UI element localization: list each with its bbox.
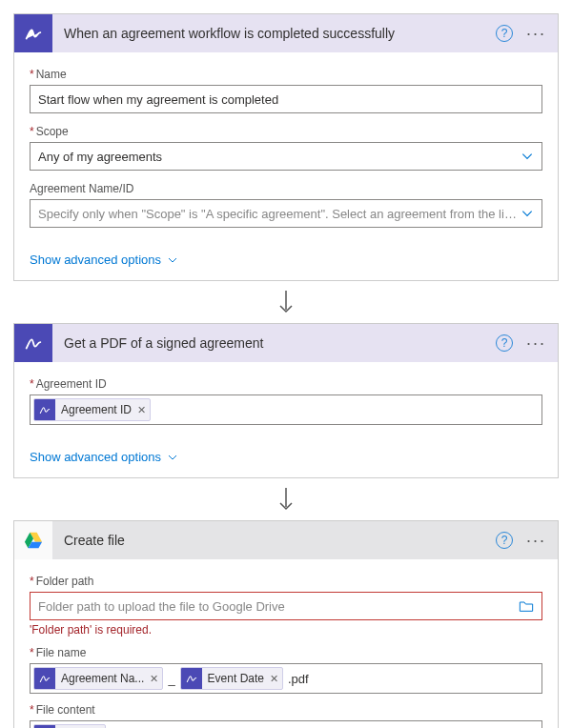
step3-body: Folder path Folder path to upload the fi… [14, 559, 558, 728]
flow-arrow-icon [13, 486, 559, 513]
step-when-agreement-completed: When an agreement workflow is completed … [13, 13, 559, 281]
agreement-label: Agreement Name/ID [30, 182, 542, 195]
folder-path-placeholder: Folder path to upload the file to Google… [38, 599, 519, 614]
agreement-placeholder: Specify only when "Scope" is "A specific… [38, 207, 521, 221]
chevron-down-icon [167, 254, 178, 266]
scope-value: Any of my agreements [38, 150, 521, 164]
more-menu-icon[interactable]: ··· [522, 29, 550, 38]
token-label: Agreement Na... [61, 672, 144, 685]
step1-title: When an agreement workflow is completed … [52, 26, 496, 41]
scope-select[interactable]: Any of my agreements [30, 142, 542, 171]
folder-path-error: 'Folder path' is required. [30, 623, 542, 637]
folder-picker-icon[interactable] [519, 599, 534, 613]
filecontent-label: File content [30, 703, 542, 717]
adobe-sign-icon [181, 668, 202, 689]
filecontent-input[interactable]: Body ✕ [30, 720, 542, 728]
adobe-sign-icon [14, 324, 52, 362]
filename-input[interactable]: Agreement Na... ✕ _ Event Date ✕ .pdf [30, 663, 542, 694]
google-drive-icon [14, 521, 52, 559]
agreement-id-label: Agreement ID [30, 377, 542, 391]
remove-token-icon[interactable]: ✕ [270, 673, 278, 685]
step2-body: Agreement ID Agreement ID ✕ [14, 362, 558, 438]
step2-header[interactable]: Get a PDF of a signed agreement ? ··· [14, 324, 558, 362]
adobe-sign-icon [14, 14, 52, 52]
help-icon[interactable]: ? [496, 25, 513, 42]
remove-token-icon[interactable]: ✕ [150, 673, 158, 685]
step1-body: Name Scope Any of my agreements Agreemen… [14, 52, 558, 241]
flow-arrow-icon [13, 289, 559, 315]
help-icon[interactable]: ? [496, 532, 513, 549]
step3-title: Create file [52, 533, 496, 548]
token-event-date[interactable]: Event Date ✕ [180, 667, 283, 690]
show-advanced-options[interactable]: Show advanced options [14, 241, 558, 280]
agreement-select[interactable]: Specify only when "Scope" is "A specific… [30, 199, 542, 228]
step-get-pdf: Get a PDF of a signed agreement ? ··· Ag… [13, 323, 559, 478]
token-label: Agreement ID [61, 403, 132, 416]
token-label: Event Date [208, 672, 264, 685]
step1-header[interactable]: When an agreement workflow is completed … [14, 14, 558, 52]
show-advanced-options[interactable]: Show advanced options [14, 438, 558, 477]
show-adv-label: Show advanced options [30, 450, 161, 464]
token-agreement-id[interactable]: Agreement ID ✕ [33, 398, 151, 421]
adobe-sign-icon [34, 399, 55, 420]
filename-label: File name [30, 646, 542, 659]
step2-title: Get a PDF of a signed agreement [52, 335, 496, 351]
adobe-sign-icon [34, 668, 55, 689]
chevron-down-icon [521, 150, 534, 163]
show-adv-label: Show advanced options [30, 253, 161, 267]
chevron-down-icon [521, 207, 534, 220]
step3-header[interactable]: Create file ? ··· [14, 521, 558, 559]
name-label: Name [30, 68, 542, 81]
folder-path-input[interactable]: Folder path to upload the file to Google… [30, 592, 542, 620]
help-icon[interactable]: ? [496, 334, 513, 352]
remove-token-icon[interactable]: ✕ [137, 404, 146, 416]
scope-label: Scope [30, 125, 542, 138]
folder-path-label: Folder path [30, 575, 542, 588]
filename-suffix: .pdf [288, 672, 309, 686]
more-menu-icon[interactable]: ··· [522, 536, 550, 545]
more-menu-icon[interactable]: ··· [522, 338, 550, 348]
token-agreement-name[interactable]: Agreement Na... ✕ [33, 667, 163, 690]
agreement-id-input[interactable]: Agreement ID ✕ [30, 394, 542, 425]
chevron-down-icon [167, 452, 178, 463]
filename-separator: _ [168, 672, 174, 686]
token-body[interactable]: Body ✕ [33, 724, 106, 728]
name-input[interactable] [30, 85, 542, 113]
step-create-file: Create file ? ··· Folder path Folder pat… [13, 520, 559, 728]
